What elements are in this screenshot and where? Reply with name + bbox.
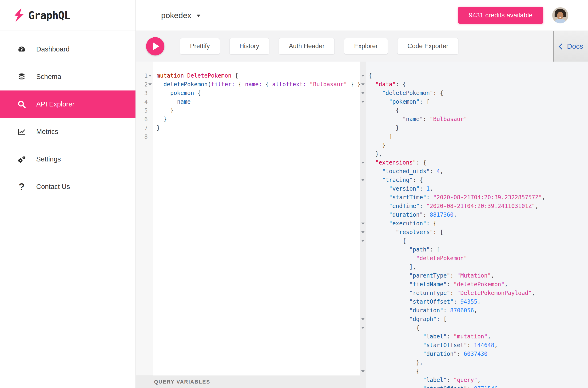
help-icon: ? <box>17 182 26 192</box>
fold-arrow-icon[interactable] <box>361 318 364 320</box>
credits-button[interactable]: 9431 credits available <box>458 7 543 24</box>
line-number: 3 <box>144 90 148 97</box>
code-line: } <box>369 124 588 132</box>
schema-icon <box>17 72 26 82</box>
fold-arrow-icon[interactable] <box>361 231 364 233</box>
response-fold-gutter <box>360 62 366 388</box>
code-line: "execution": { <box>369 219 588 228</box>
logo-text: GraphQL <box>28 9 70 21</box>
search-icon <box>17 100 26 109</box>
code-line: } <box>369 141 588 150</box>
toolbar-buttons: PrettifyHistoryAuth HeaderExplorerCode E… <box>180 38 459 54</box>
code-line: "fieldName": "deletePokemon", <box>369 280 588 289</box>
history-button[interactable]: History <box>229 38 269 54</box>
metrics-icon <box>17 127 26 137</box>
code-line: "startOffset": 8771546, <box>369 385 588 388</box>
code-line: { <box>369 72 588 80</box>
editor-gutter: 12345678 <box>136 62 153 376</box>
sidebar-item-settings[interactable]: Settings <box>0 146 135 173</box>
fold-arrow-icon[interactable] <box>361 179 364 181</box>
project-name: pokedex <box>161 11 191 20</box>
fold-arrow-icon[interactable] <box>148 83 152 86</box>
code-line: "parentType": "Mutation", <box>369 271 588 280</box>
fold-arrow-icon[interactable] <box>361 92 364 94</box>
code-line: mutation DeletePokemon { <box>157 72 360 80</box>
fold-arrow-icon[interactable] <box>148 75 152 77</box>
sidebar-item-dashboard[interactable]: Dashboard <box>0 35 135 63</box>
code-line <box>157 132 360 141</box>
code-line: "returnType": "DeletePokemonPayload", <box>369 289 588 297</box>
execute-button[interactable] <box>146 37 164 55</box>
docs-tab[interactable]: Docs <box>553 31 588 62</box>
query-editor: 12345678 mutation DeletePokemon { delete… <box>136 62 360 376</box>
code-line: "duration": 8817360, <box>369 211 588 219</box>
fold-arrow-icon[interactable] <box>361 222 364 225</box>
response-viewer: { "data": { "deletePokemon": { "pokemon"… <box>366 62 588 388</box>
code-line: name <box>157 97 360 106</box>
code-line: deletePokemon(filter: { name: { alloftex… <box>157 80 360 89</box>
sidebar-item-label: Schema <box>36 73 61 81</box>
app-logo: GraphQL <box>0 0 135 31</box>
code-line: "startOffset": 144648, <box>369 341 588 350</box>
fold-arrow-icon[interactable] <box>361 327 364 329</box>
code-line: { <box>369 106 588 115</box>
code-line: "label": "mutation", <box>369 332 588 341</box>
sidebar-item-schema[interactable]: Schema <box>0 63 135 91</box>
sidebar-nav: DashboardSchemaAPI ExplorerMetricsSettin… <box>0 35 135 200</box>
sidebar-item-label: Metrics <box>36 128 58 136</box>
code-line: "duration": 8706056, <box>369 306 588 315</box>
code-line: pokemon { <box>157 89 360 97</box>
header-right: 9431 credits available <box>458 7 588 24</box>
project-selector[interactable]: pokedex <box>161 11 200 20</box>
sidebar-item-label: API Explorer <box>36 100 75 108</box>
fold-arrow-icon[interactable] <box>361 83 364 86</box>
code-line: "version": 1, <box>369 185 588 193</box>
explorer-button[interactable]: Explorer <box>344 38 388 54</box>
sidebar-item-metrics[interactable]: Metrics <box>0 118 135 146</box>
lightning-bolt-icon <box>14 8 25 23</box>
line-number: 2 <box>144 81 148 88</box>
code-line: "resolvers": [ <box>369 228 588 237</box>
avatar[interactable] <box>552 7 568 23</box>
code-line: "touched_uids": 4, <box>369 167 588 176</box>
line-number: 5 <box>144 107 148 114</box>
toolbar: PrettifyHistoryAuth HeaderExplorerCode E… <box>136 31 553 62</box>
docs-label: Docs <box>567 42 583 50</box>
code-line: } <box>157 124 360 132</box>
fold-arrow-icon[interactable] <box>361 162 364 164</box>
sidebar-item-api-explorer[interactable]: API Explorer <box>0 91 135 118</box>
fold-arrow-icon[interactable] <box>361 240 364 242</box>
fold-arrow-icon[interactable] <box>361 370 364 372</box>
fold-arrow-icon[interactable] <box>361 101 364 103</box>
sidebar: GraphQL DashboardSchemaAPI ExplorerMetri… <box>0 0 136 388</box>
code-line: } <box>157 115 360 124</box>
play-icon <box>153 42 159 50</box>
query-variables-bar[interactable]: QUERY VARIABLES <box>136 376 360 388</box>
auth-header-button[interactable]: Auth Header <box>279 38 335 54</box>
code-line: } <box>157 106 360 115</box>
sidebar-item-label: Settings <box>36 155 61 163</box>
code-line: "startTime": "2020-08-21T04:20:39.232285… <box>369 193 588 202</box>
chevron-down-icon <box>197 15 200 17</box>
code-line: ], <box>369 263 588 271</box>
code-line: "name": "Bulbasaur" <box>369 115 588 124</box>
code-line: "path": [ <box>369 245 588 254</box>
line-number: 6 <box>144 116 148 123</box>
code-line: "tracing": { <box>369 176 588 185</box>
prettify-button[interactable]: Prettify <box>180 38 220 54</box>
sidebar-item-contact-us[interactable]: ?Contact Us <box>0 173 135 200</box>
sidebar-item-label: Contact Us <box>36 183 70 191</box>
code-line: }, <box>369 358 588 367</box>
code-exporter-button[interactable]: Code Exporter <box>397 38 459 54</box>
fold-arrow-icon[interactable] <box>361 75 364 77</box>
code-line: "label": "query", <box>369 376 588 385</box>
code-line: "deletePokemon" <box>369 254 588 263</box>
code-line: "extensions": { <box>369 158 588 167</box>
code-line: "dgraph": [ <box>369 315 588 324</box>
header: pokedex 9431 credits available <box>136 0 588 31</box>
code-line: "startOffset": 94355, <box>369 297 588 306</box>
code-line: "pokemon": [ <box>369 97 588 106</box>
editor-code-area[interactable]: mutation DeletePokemon { deletePokemon(f… <box>153 62 360 376</box>
code-line: "data": { <box>369 80 588 89</box>
code-line: "endTime": "2020-08-21T04:20:39.24110310… <box>369 202 588 211</box>
